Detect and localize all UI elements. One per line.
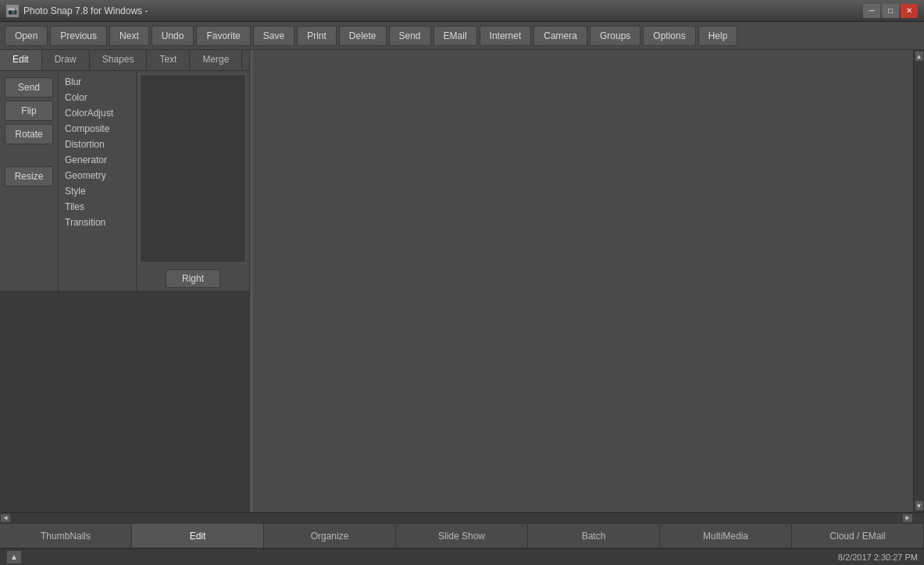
right-content xyxy=(253,50,913,512)
print-button[interactable]: Print xyxy=(297,26,337,46)
next-button[interactable]: Next xyxy=(109,26,149,46)
edit-flip-button[interactable]: Flip xyxy=(5,101,53,121)
filter-generator[interactable]: Generator xyxy=(59,152,136,168)
scroll-corner xyxy=(913,513,924,524)
status-datetime: 8/2/2017 2:30:27 PM xyxy=(838,553,918,562)
edit-sidebar-spacer xyxy=(5,147,53,163)
options-button[interactable]: Options xyxy=(643,26,695,46)
scroll-up-arrow[interactable]: ▲ xyxy=(915,51,924,62)
edit-resize-button[interactable]: Resize xyxy=(5,166,53,187)
camera-button[interactable]: Camera xyxy=(533,26,587,46)
tab-text[interactable]: Text xyxy=(147,50,190,70)
scroll-left-arrow[interactable]: ◄ xyxy=(0,513,11,523)
bottom-tab-thumbnails[interactable]: ThumbNails xyxy=(0,524,132,548)
bottom-tabs: ThumbNailsEditOrganizeSlide ShowBatchMul… xyxy=(0,523,924,548)
filter-distortion[interactable]: Distortion xyxy=(59,137,136,152)
bottom-tab-cloud[interactable]: Cloud / EMail xyxy=(792,524,924,548)
send-button[interactable]: Send xyxy=(389,26,431,46)
minimize-button[interactable]: ─ xyxy=(863,4,880,18)
up-arrow-button[interactable]: ▲ xyxy=(6,550,22,564)
filter-coloradjust[interactable]: ColorAdjust xyxy=(59,105,136,121)
bottom-tab-slideshow[interactable]: Slide Show xyxy=(396,524,528,548)
tab-shapes[interactable]: Shapes xyxy=(90,50,148,70)
filter-composite[interactable]: Composite xyxy=(59,121,136,137)
previous-button[interactable]: Previous xyxy=(50,26,107,46)
app-icon: 📷 xyxy=(6,5,19,17)
tab-merge[interactable]: Merge xyxy=(190,50,242,70)
bottom-scrollbar: ◄ ► xyxy=(0,512,924,523)
help-button[interactable]: Help xyxy=(698,26,738,46)
edit-rotate-button[interactable]: Rotate xyxy=(5,124,53,144)
scroll-down-arrow[interactable]: ▼ xyxy=(915,500,924,511)
right-scrollbar: ▲ ▼ xyxy=(913,50,924,512)
image-area xyxy=(0,291,249,512)
main-area: EditDrawShapesTextMerge SendFlipRotateRe… xyxy=(0,50,924,512)
filter-color[interactable]: Color xyxy=(59,90,136,105)
preview-canvas xyxy=(140,74,246,263)
edit-panel: SendFlipRotateResize BlurColorColorAdjus… xyxy=(0,71,249,291)
edit-sidebar: SendFlipRotateResize xyxy=(0,71,59,291)
left-panel: EditDrawShapesTextMerge SendFlipRotateRe… xyxy=(0,50,250,512)
tab-edit[interactable]: Edit xyxy=(0,50,42,70)
maximize-button[interactable]: □ xyxy=(882,4,899,18)
window-controls: ─ □ ✕ xyxy=(863,4,918,18)
tab-draw[interactable]: Draw xyxy=(42,50,90,70)
filter-style[interactable]: Style xyxy=(59,183,136,199)
bottom-tab-edit[interactable]: Edit xyxy=(132,524,264,548)
internet-button[interactable]: Internet xyxy=(480,26,532,46)
save-button[interactable]: Save xyxy=(253,26,294,46)
title-text: Photo Snap 7.8 for Windows - xyxy=(23,5,863,16)
favorite-button[interactable]: Favorite xyxy=(196,26,250,46)
right-btn-area: Right xyxy=(137,266,249,291)
scroll-track-horizontal[interactable] xyxy=(11,513,902,523)
filter-blur[interactable]: Blur xyxy=(59,74,136,90)
preview-top: Right xyxy=(137,71,249,291)
toolbar: OpenPreviousNextUndoFavoriteSavePrintDel… xyxy=(0,22,924,50)
filter-tiles[interactable]: Tiles xyxy=(59,199,136,215)
filter-transition[interactable]: Transition xyxy=(59,215,136,230)
scroll-right-arrow[interactable]: ► xyxy=(902,513,913,523)
close-button[interactable]: ✕ xyxy=(901,4,918,18)
title-bar: 📷 Photo Snap 7.8 for Windows - ─ □ ✕ xyxy=(0,0,924,22)
right-button[interactable]: Right xyxy=(166,269,220,288)
bottom-tab-batch[interactable]: Batch xyxy=(528,524,660,548)
undo-button[interactable]: Undo xyxy=(152,26,194,46)
scroll-track-vertical[interactable] xyxy=(915,62,924,500)
delete-button[interactable]: Delete xyxy=(339,26,387,46)
open-button[interactable]: Open xyxy=(5,26,48,46)
edit-send-button[interactable]: Send xyxy=(5,77,53,98)
filter-list: BlurColorColorAdjustCompositeDistortionG… xyxy=(59,71,137,291)
tabs: EditDrawShapesTextMerge xyxy=(0,50,249,71)
status-bar: ▲ 8/2/2017 2:30:27 PM xyxy=(0,548,924,565)
groups-button[interactable]: Groups xyxy=(590,26,640,46)
bottom-tab-multimedia[interactable]: MultiMedia xyxy=(660,524,792,548)
bottom-tab-organize[interactable]: Organize xyxy=(264,524,396,548)
email-button[interactable]: EMail xyxy=(433,26,477,46)
filter-geometry[interactable]: Geometry xyxy=(59,168,136,183)
